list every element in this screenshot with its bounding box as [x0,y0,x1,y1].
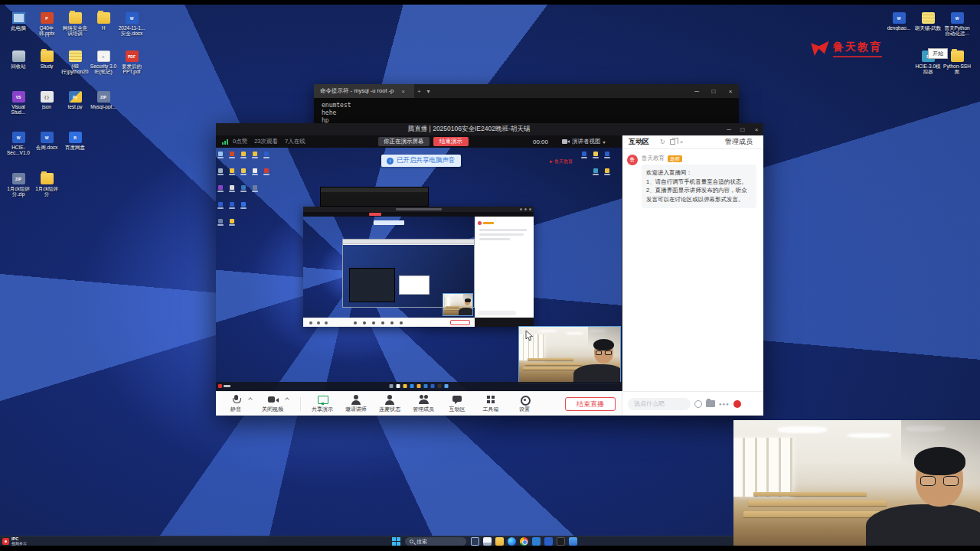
terminal-minimize-button[interactable]: ─ [688,88,705,95]
avatar: 鲁 [627,155,638,165]
desktop-icon[interactable]: 网络安全意识培训 [61,12,89,37]
start-tooltip[interactable]: 开始 [928,48,948,59]
toolbar-label: 互动区 [442,406,472,413]
taskbar-icon-mail[interactable] [569,537,577,546]
toolbar-toolbox[interactable]: 工具箱 [475,395,506,413]
close-button[interactable]: × [750,126,763,133]
desktop-icon[interactable]: PDF要发后的PPT.pdf [118,51,145,75]
end-present-button[interactable]: 结束演示 [433,137,469,146]
chevron-up-icon[interactable] [248,397,253,402]
popout-icon[interactable] [670,139,675,145]
recycle-icon [12,51,25,62]
taskbar-corner-line2: 视频多云 [11,542,27,546]
toolbar-label: 连麦状态 [374,406,405,413]
word-icon: W [893,12,906,24]
end-live-button[interactable]: 结束直播 [565,397,616,411]
toolbar-gear[interactable]: 设置 [509,395,540,413]
desktop-icon[interactable]: (48行)python202...IE(笔记) [61,51,89,76]
nested-stream-window [303,207,534,327]
desktop-icon[interactable]: H [90,12,117,31]
desktop-icon-label: 1月ck组评分 [33,186,60,197]
toolbar-chat[interactable]: 互动区 [442,395,472,413]
desktop-icon[interactable]: Study [33,51,60,69]
desktop-icon[interactable]: VSVisual Stud... [5,91,32,116]
desktop-icon[interactable]: ZIP1月ck组评分.zip [5,173,32,197]
start-button[interactable] [392,537,400,546]
desktop-icon[interactable]: 1月ck组评分 [33,173,60,197]
desktop-icon[interactable]: Pytest.py [61,91,89,109]
notebook-icon [922,12,935,24]
tab-dropdown-icon[interactable]: ▾ [424,88,433,95]
presenter-camera-preview[interactable] [518,326,621,384]
desktop-icon[interactable]: W2024-11-1...安全.docx [118,12,145,37]
taskbar-icon-edge[interactable] [508,537,516,546]
new-tab-icon[interactable]: + [414,88,424,95]
json-icon: { } [41,91,54,103]
stream-titlebar[interactable]: 腾直播 | 20250106安全IE2402晚班-胡天锡 ─ □ × [216,123,763,135]
live-stream-window: 腾直播 | 20250106安全IE2402晚班-胡天锡 ─ □ × 0点赞 2… [216,123,763,416]
toolbar-members[interactable]: 管理成员 [408,395,439,413]
pdf-icon: PDF [126,51,139,62]
brand-logo-icon [810,40,830,58]
taskbar-icon-file-explorer[interactable] [495,537,504,546]
maximize-button[interactable]: □ [736,126,750,133]
tab-interaction[interactable]: 互动区 [629,137,649,147]
person-silhouette [460,298,472,315]
desktop-icon[interactable]: 此电脑 [5,12,32,31]
more-icon[interactable]: ●●● [719,402,730,406]
desktop-icon[interactable]: B百度网盘 [61,132,89,150]
notebook-icon [69,51,82,62]
desktop-icon-label: 回收站 [5,64,32,69]
terminal-close-button[interactable]: × [722,88,739,95]
toolbar-label: 工具箱 [475,406,506,413]
stream-video-area: 鲁天教育 i 已开启共享电脑声音 [216,148,622,391]
mic-icon [230,395,242,405]
word-icon: W [41,132,54,143]
toolbar-camera[interactable]: 关闭视频 [257,395,288,413]
desktop-icon[interactable]: W会周.docx [33,132,60,150]
taskbar-icon-terminal[interactable] [557,537,565,546]
taskbar-icon-sail[interactable] [483,537,492,546]
tab-manage-members[interactable]: 管理成员 [725,137,753,147]
panel-close-icon[interactable]: × [680,139,684,145]
minimize-button[interactable]: ─ [722,126,736,133]
desktop-icon-label: 百度网盘 [61,145,89,150]
taskbar-icon-task-view[interactable] [471,537,479,546]
toolbar-mic[interactable]: 静音 [220,395,251,413]
toolbar-invite[interactable]: 邀请讲师 [341,395,371,413]
desktop-icon[interactable]: Wdengbao... [885,12,913,31]
desktop-icon[interactable]: W普天Python自动化运... [943,12,971,37]
chevron-up-icon[interactable] [285,397,289,402]
taskbar-search[interactable]: 搜索 [405,537,466,546]
doc-icon: ≡ [97,51,110,62]
record-dot-icon[interactable] [733,400,741,408]
image-icon[interactable] [706,400,715,407]
terminal-maximize-button[interactable]: □ [705,88,722,95]
taskbar-icon-chrome[interactable] [520,537,528,546]
toolbar-share[interactable]: 共享演示 [307,395,338,413]
desktop-icon[interactable]: { }json [33,91,60,109]
nested-toolbar [303,318,475,327]
desktop-icon[interactable]: WHCIE-Sec...V1.0 会议... [5,132,32,157]
desktop-icon[interactable]: ≡Security 3.0 IE(笔记) [90,51,117,75]
tab-close-icon[interactable]: × [398,88,408,95]
toolbar-micstat[interactable]: 连麦状态 [374,395,405,413]
info-icon: i [387,158,394,165]
desktop-icon[interactable]: PQ40中韩.pptx [33,12,60,37]
emoji-icon[interactable] [694,400,702,408]
taskbar-icon-word[interactable] [544,537,553,546]
desktop-icon[interactable]: ZIPMysql-ppt... [90,91,117,109]
desktop-icon[interactable]: 胡天锡-武数 [914,12,942,31]
chat-input[interactable] [628,398,691,410]
desktop-icon-label: 1月ck组评分.zip [5,186,32,197]
desktop-icon[interactable]: 回收站 [5,51,32,69]
chevron-down-icon: ▾ [603,139,606,145]
toolbar-divider [300,397,301,411]
desktop-icon-label: 此电脑 [5,25,32,31]
share-icon [317,395,328,405]
view-mode-select[interactable]: 演讲者视图 ▾ [562,138,606,145]
taskbar-corner-widget[interactable]: IPC 视频多云 [2,537,27,546]
terminal-tab[interactable]: 命令提示符 - mysql -u root -p × [314,84,414,98]
refresh-icon[interactable]: ↻ [660,139,665,145]
taskbar-icon-vscode[interactable] [532,537,541,546]
